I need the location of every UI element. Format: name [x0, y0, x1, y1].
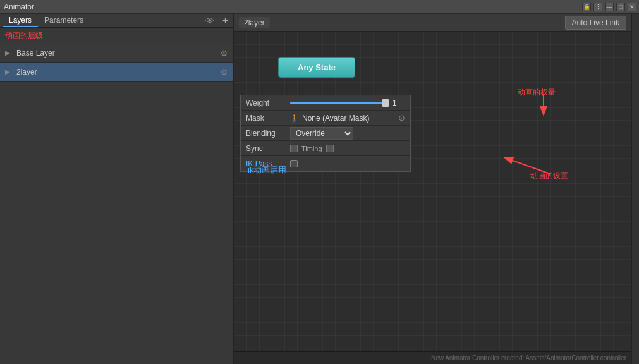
canvas-area[interactable]: Any State Weight 1 Mask	[234, 32, 631, 351]
sync-checkbox-item	[290, 145, 298, 152]
maximize-btn[interactable]: □	[616, 3, 625, 11]
tab-parameters[interactable]: Parameters	[38, 15, 90, 27]
avatar-icon: 🚶	[290, 114, 300, 123]
mask-row: Mask 🚶 None (Avatar Mask) ⊙	[241, 111, 410, 126]
sync-label: Sync	[246, 144, 290, 153]
layer-name-base: Base Layer	[16, 49, 220, 58]
layer-list: ▶ Base Layer ⚙ ▶ 2layer ⚙	[0, 44, 233, 364]
mask-search-icon[interactable]: ⊙	[398, 113, 405, 123]
mask-label: Mask	[246, 114, 290, 123]
layer-item-base[interactable]: ▶ Base Layer ⚙	[0, 44, 233, 63]
layer-gear-icon[interactable]: ⚙	[220, 48, 228, 58]
sync-row: Sync Timing	[241, 141, 410, 156]
side-mini-panel	[631, 14, 639, 364]
tab-bar: Layers Parameters 👁 +	[0, 14, 233, 28]
arrows-svg	[234, 32, 631, 351]
close-btn[interactable]: ✕	[628, 3, 636, 11]
timing-checkbox-item	[326, 145, 334, 152]
left-panel: Layers Parameters 👁 + 动画的层级 ▶ Base Layer…	[0, 14, 234, 364]
sync-checkbox[interactable]	[290, 145, 298, 152]
title-bar-controls: 🔒 ⋮ — □ ✕	[582, 3, 636, 11]
weight-slider[interactable]: 1	[290, 99, 405, 107]
properties-panel: Weight 1 Mask 🚶 None (Avatar Mask) ⊙	[240, 95, 411, 172]
layer-item-2layer[interactable]: ▶ 2layer ⚙	[0, 63, 233, 82]
blending-select[interactable]: Override Additive	[290, 127, 353, 140]
mask-value: None (Avatar Mask)	[302, 114, 396, 123]
status-text: New Animator Controller created: Assets/…	[431, 355, 626, 361]
weight-value: 1	[393, 99, 405, 107]
breadcrumb[interactable]: 2layer	[239, 17, 270, 28]
add-layer-icon[interactable]: +	[222, 15, 228, 27]
ik-pass-checkbox[interactable]	[290, 160, 298, 167]
layers-annotation: 动画的层级	[0, 28, 233, 44]
layer-name-2layer: 2layer	[16, 68, 220, 76]
blending-row: Blending Override Additive	[241, 126, 410, 141]
ik-annotation-text: ik动画启用	[248, 164, 286, 176]
layer-gear-icon-2[interactable]: ⚙	[220, 67, 228, 77]
title-bar-text: Animator	[4, 3, 34, 11]
menu-btn[interactable]: ⋮	[593, 3, 602, 11]
weight-label: Weight	[246, 99, 290, 107]
slider-thumb[interactable]	[382, 99, 389, 107]
auto-live-link-button[interactable]: Auto Live Link	[565, 16, 626, 30]
any-state-node[interactable]: Any State	[278, 57, 355, 78]
right-panel: 2layer Auto Live Link Any State Weight 1	[234, 14, 631, 364]
sync-container: Timing	[290, 145, 405, 152]
expand-icon: ▶	[5, 49, 14, 56]
status-bar: New Animator Controller created: Assets/…	[234, 351, 631, 364]
main-layout: Layers Parameters 👁 + 动画的层级 ▶ Base Layer…	[0, 14, 639, 364]
minimize-btn[interactable]: —	[605, 3, 614, 11]
slider-track[interactable]	[290, 102, 389, 104]
timing-label: Timing	[301, 145, 322, 152]
expand-icon-2: ▶	[5, 68, 14, 75]
slider-fill	[290, 102, 389, 104]
settings-annotation: 动画的设置	[530, 171, 568, 181]
timing-checkbox[interactable]	[326, 145, 334, 152]
lock-btn[interactable]: 🔒	[582, 3, 591, 11]
weight-annotation: 动画的权量	[518, 87, 556, 98]
visibility-icon[interactable]: 👁	[205, 16, 214, 26]
weight-row: Weight 1	[241, 95, 410, 111]
right-top-bar: 2layer Auto Live Link	[234, 14, 631, 32]
title-bar: Animator 🔒 ⋮ — □ ✕	[0, 0, 639, 14]
blending-label: Blending	[246, 129, 290, 138]
tab-layers[interactable]: Layers	[3, 15, 38, 27]
